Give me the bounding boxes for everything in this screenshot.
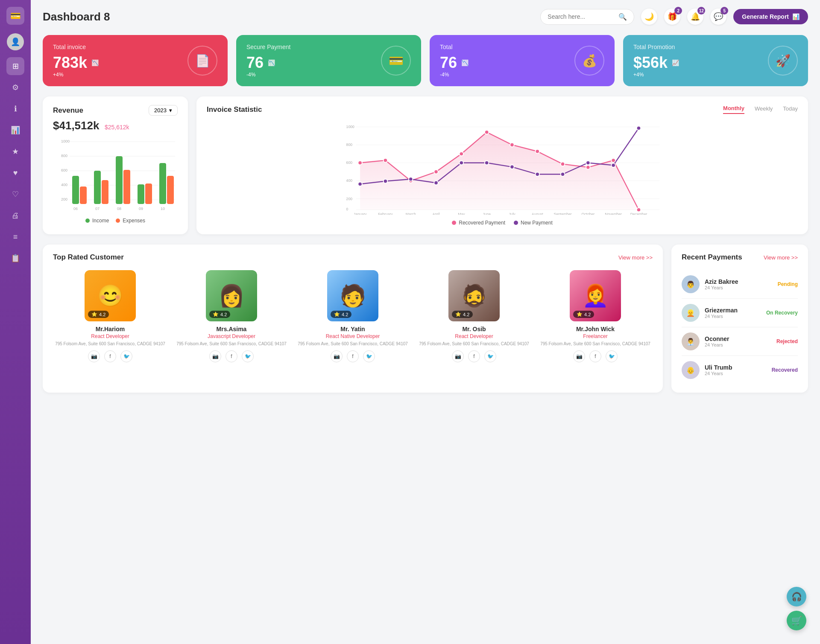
facebook-icon-2[interactable]: f bbox=[347, 350, 359, 362]
customer-item-0: 😊 ⭐ 4.2 Mr.Hariom React Developer 795 Fo… bbox=[53, 270, 167, 362]
tab-weekly[interactable]: Weekly bbox=[755, 105, 773, 114]
customer-address-2: 795 Folsom Ave, Suite 600 San Francisco,… bbox=[296, 341, 410, 347]
notifications-button[interactable]: 🔔 12 bbox=[687, 9, 703, 25]
sidebar-item-wishlist[interactable]: ♡ bbox=[6, 185, 24, 203]
customer-item-2: 🧑 ⭐ 4.2 Mr. Yatin React Native Developer… bbox=[296, 270, 410, 362]
revenue-chart-header: Revenue 2023 ▾ bbox=[53, 105, 178, 116]
stat-info-payment: Secure Payment 76 📉 -4% bbox=[246, 44, 291, 78]
customer-photo-0: 😊 ⭐ 4.2 bbox=[85, 270, 136, 321]
svg-text:600: 600 bbox=[346, 160, 353, 165]
payment-name-1: Griezerman bbox=[705, 307, 761, 314]
generate-report-button[interactable]: Generate Report 📊 bbox=[733, 9, 808, 24]
sidebar-item-favorites[interactable]: ★ bbox=[6, 143, 24, 160]
revenue-compare-value: $25,612k bbox=[105, 124, 129, 131]
twitter-icon-1[interactable]: 🐦 bbox=[242, 350, 254, 362]
svg-point-53 bbox=[460, 161, 464, 165]
payments-section-header: Recent Payments View more >> bbox=[682, 253, 798, 262]
svg-rect-18 bbox=[159, 163, 166, 204]
rating-badge-2: ⭐ 4.2 bbox=[331, 311, 351, 318]
header: Dashboard 8 🔍 🌙 🎁 2 🔔 12 💬 5 Gen bbox=[43, 9, 808, 25]
svg-text:09: 09 bbox=[139, 207, 143, 211]
sidebar-item-dashboard[interactable]: ⊞ bbox=[6, 57, 24, 75]
moon-icon: 🌙 bbox=[644, 12, 654, 21]
sidebar-item-info[interactable]: ℹ bbox=[6, 100, 24, 118]
svg-point-37 bbox=[358, 161, 362, 165]
stat-value-promotion: $56k 📈 bbox=[633, 54, 679, 72]
facebook-icon-1[interactable]: f bbox=[226, 350, 237, 362]
chat-badge: 5 bbox=[720, 7, 728, 15]
stat-label-payment: Secure Payment bbox=[246, 44, 291, 50]
instagram-icon-0[interactable]: 📷 bbox=[88, 350, 100, 362]
payments-view-more[interactable]: View more >> bbox=[764, 254, 798, 261]
svg-rect-19 bbox=[167, 176, 174, 204]
instagram-icon-3[interactable]: 📷 bbox=[452, 350, 464, 362]
svg-text:November: November bbox=[605, 212, 622, 215]
revenue-title: Revenue bbox=[53, 106, 83, 115]
svg-point-58 bbox=[586, 161, 590, 165]
charts-row: Revenue 2023 ▾ $41,512k $25,612k 1000 80… bbox=[43, 96, 808, 234]
stat-trend-total: 📉 bbox=[461, 59, 469, 66]
sidebar-logo[interactable]: 💳 bbox=[6, 7, 24, 25]
sidebar-item-analytics[interactable]: 📊 bbox=[6, 121, 24, 139]
dark-mode-toggle[interactable]: 🌙 bbox=[641, 9, 657, 25]
stat-label-promotion: Total Promotion bbox=[633, 44, 679, 50]
svg-text:February: February bbox=[378, 212, 393, 215]
sidebar-item-reports[interactable]: 📋 bbox=[6, 249, 24, 267]
revenue-bar-chart: 1000 800 600 400 200 bbox=[53, 137, 178, 224]
payment-name-3: Uli Trumb bbox=[705, 364, 767, 371]
svg-point-48 bbox=[637, 208, 641, 212]
customer-name-4: Mr.John Wick bbox=[538, 326, 653, 332]
gift-button[interactable]: 🎁 2 bbox=[664, 9, 680, 25]
svg-point-40 bbox=[434, 170, 438, 174]
twitter-icon-2[interactable]: 🐦 bbox=[363, 350, 375, 362]
search-input[interactable] bbox=[548, 13, 615, 20]
customer-name-1: Mrs.Asima bbox=[174, 326, 289, 332]
messages-button[interactable]: 💬 5 bbox=[710, 9, 726, 25]
search-box[interactable]: 🔍 bbox=[540, 9, 634, 25]
stat-icon-total: 💰 bbox=[574, 46, 604, 76]
sidebar-item-likes[interactable]: ♥ bbox=[6, 164, 24, 182]
payment-status-2: Rejected bbox=[776, 338, 798, 344]
sidebar-item-menu[interactable]: ≡ bbox=[6, 228, 24, 246]
year-selector[interactable]: 2023 ▾ bbox=[149, 105, 178, 116]
stat-card-invoice: Total invoice 783k 📉 +4% 📄 bbox=[43, 35, 228, 86]
payment-info-3: Uli Trumb 24 Years bbox=[705, 364, 767, 376]
svg-text:08: 08 bbox=[117, 207, 121, 211]
twitter-icon-0[interactable]: 🐦 bbox=[120, 350, 132, 362]
svg-text:September: September bbox=[554, 212, 572, 215]
invoice-chart-title: Invoice Statistic bbox=[207, 105, 262, 114]
customer-item-4: 👩‍🦰 ⭐ 4.2 Mr.John Wick Freelancer 795 Fo… bbox=[538, 270, 653, 362]
svg-rect-12 bbox=[94, 171, 101, 204]
facebook-icon-0[interactable]: f bbox=[104, 350, 116, 362]
invoice-chart-card: Invoice Statistic Monthly Weekly Today 1… bbox=[196, 96, 808, 234]
sidebar-item-settings[interactable]: ⚙ bbox=[6, 79, 24, 96]
svg-rect-13 bbox=[102, 180, 108, 204]
logo-icon: 💳 bbox=[10, 11, 21, 21]
generate-report-label: Generate Report bbox=[742, 13, 789, 20]
customers-view-more[interactable]: View more >> bbox=[618, 254, 653, 261]
facebook-icon-3[interactable]: f bbox=[468, 350, 480, 362]
gift-badge: 2 bbox=[674, 7, 682, 15]
sidebar-avatar[interactable]: 👤 bbox=[7, 33, 24, 50]
stat-label-total: Total bbox=[440, 44, 469, 50]
payments-title: Recent Payments bbox=[682, 253, 742, 262]
svg-point-60 bbox=[637, 126, 641, 130]
instagram-icon-1[interactable]: 📷 bbox=[209, 350, 221, 362]
svg-point-55 bbox=[510, 165, 514, 169]
tab-today[interactable]: Today bbox=[783, 105, 798, 114]
facebook-icon-4[interactable]: f bbox=[589, 350, 601, 362]
twitter-icon-4[interactable]: 🐦 bbox=[606, 350, 618, 362]
instagram-icon-4[interactable]: 📷 bbox=[573, 350, 585, 362]
search-icon: 🔍 bbox=[618, 13, 627, 21]
instagram-icon-2[interactable]: 📷 bbox=[331, 350, 343, 362]
svg-rect-15 bbox=[123, 170, 130, 204]
customers-section-header: Top Rated Customer View more >> bbox=[53, 253, 653, 262]
stat-change-total: -4% bbox=[440, 72, 469, 78]
sidebar-item-print[interactable]: 🖨 bbox=[6, 207, 24, 224]
cart-fab-button[interactable]: 🛒 bbox=[787, 611, 806, 630]
svg-text:June: June bbox=[483, 212, 491, 215]
svg-text:January: January bbox=[354, 212, 367, 215]
twitter-icon-3[interactable]: 🐦 bbox=[484, 350, 496, 362]
support-fab-button[interactable]: 🎧 bbox=[787, 587, 806, 606]
tab-monthly[interactable]: Monthly bbox=[723, 105, 744, 114]
